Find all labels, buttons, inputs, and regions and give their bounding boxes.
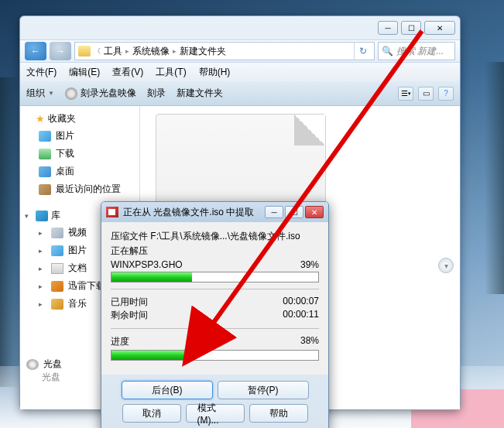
burn-image-button[interactable]: 刻录光盘映像	[65, 87, 136, 100]
current-file-name: WINXPSP3.GHO	[111, 259, 183, 270]
window-titlebar[interactable]: ─ ☐ ✕	[20, 16, 460, 39]
pause-button[interactable]: 暂停(P)	[218, 381, 309, 399]
menu-edit[interactable]: 编辑(E)	[69, 66, 100, 79]
expand-icon: ▸	[39, 229, 46, 237]
recent-icon	[39, 184, 51, 195]
desktop-icon	[39, 166, 51, 177]
library-icon	[36, 211, 48, 221]
disc-icon	[26, 359, 39, 370]
organize-button[interactable]: 组织 ▼	[26, 87, 54, 100]
status-text: 正在解压	[111, 245, 319, 258]
dialog-minimize-button[interactable]: ─	[265, 206, 283, 218]
elapsed-label: 已用时间	[111, 296, 148, 309]
breadcrumb-item[interactable]: 新建文件夹	[180, 45, 226, 58]
breadcrumb-item[interactable]: 系统镜像	[132, 45, 170, 58]
menu-bar: 文件(F) 编辑(E) 查看(V) 工具(T) 帮助(H)	[20, 63, 460, 81]
toolbar: 组织 ▼ 刻录光盘映像 刻录 新建文件夹 ☰▾ ▭ ?	[20, 81, 460, 106]
separator	[111, 289, 319, 289]
star-icon: ★	[36, 113, 45, 125]
remaining-value: 00:00:11	[283, 309, 319, 322]
new-folder-label: 新建文件夹	[177, 87, 223, 100]
view-options-button[interactable]: ☰▾	[398, 87, 413, 101]
file-progress-bar	[111, 272, 319, 282]
progress-label: 进度	[111, 335, 129, 348]
new-folder-button[interactable]: 新建文件夹	[177, 87, 223, 100]
sidebar-item-pictures[interactable]: 图片	[20, 127, 139, 145]
menu-help[interactable]: 帮助(H)	[199, 66, 231, 79]
documents-icon	[51, 263, 63, 274]
music-icon	[51, 299, 63, 310]
chevron-down-icon: ▼	[48, 90, 54, 97]
breadcrumb-sep: 《	[94, 46, 101, 56]
chevron-right-icon: ▸	[125, 47, 129, 55]
dialog-maximize-button[interactable]: ☐	[285, 206, 303, 218]
sidebar-item-recent[interactable]: 最近访问的位置	[20, 180, 139, 198]
menu-tools[interactable]: 工具(T)	[156, 66, 186, 79]
burn-image-label: 刻录光盘映像	[81, 87, 136, 100]
sidebar-favorites-group: ★ 收藏夹 图片 下载 桌面 最近访问的位置	[20, 111, 139, 198]
search-input[interactable]: 🔍 搜索 新建...	[378, 42, 455, 60]
archive-path: 压缩文件 F:\工具\系统镜像...\光盘镜像文件.iso	[111, 230, 319, 243]
downloads-icon	[39, 149, 51, 159]
sidebar-favorites-header[interactable]: ★ 收藏夹	[20, 111, 139, 127]
close-button[interactable]: ✕	[424, 21, 455, 35]
pictures-icon	[39, 131, 51, 142]
sidebar-libraries-label: 库	[51, 209, 60, 222]
folder-icon	[78, 46, 91, 56]
total-progress-fill	[111, 351, 190, 360]
chevron-right-icon: ▸	[173, 47, 177, 55]
minimize-button[interactable]: ─	[378, 21, 398, 35]
refresh-button[interactable]: ↻	[354, 42, 371, 60]
sidebar-file-sublabel: 光盘	[42, 371, 60, 384]
search-icon: 🔍	[382, 46, 393, 56]
dialog-body: 压缩文件 F:\工具\系统镜像...\光盘镜像文件.iso 正在解压 WINXP…	[101, 222, 328, 375]
elapsed-value: 00:00:07	[283, 296, 319, 309]
pictures-icon	[51, 245, 63, 256]
expand-icon: ▸	[39, 247, 46, 255]
nav-bar: ← → 《 工具 ▸ 系统镜像 ▸ 新建文件夹 ↻ 🔍 搜索 新建...	[20, 39, 460, 63]
dialog-close-button[interactable]: ✕	[305, 206, 324, 218]
dialog-footer: 后台(B) 暂停(P) 取消 模式(M)... 帮助	[101, 375, 328, 428]
wallpaper-tree-right	[485, 62, 504, 294]
breadcrumb-item[interactable]: 工具	[104, 45, 122, 58]
disc-icon	[65, 87, 77, 100]
extract-dialog: 正在从 光盘镜像文件.iso 中提取 ─ ☐ ✕ 压缩文件 F:\工具\系统镜像…	[101, 201, 329, 428]
menu-view[interactable]: 查看(V)	[112, 66, 143, 79]
cancel-button[interactable]: 取消	[122, 404, 181, 423]
progress-percent: 38%	[300, 335, 319, 348]
sidebar-favorites-label: 收藏夹	[48, 112, 76, 125]
search-placeholder: 搜索 新建...	[396, 45, 444, 58]
separator	[111, 328, 319, 329]
thunder-icon	[51, 281, 63, 292]
forward-button[interactable]: →	[50, 42, 71, 60]
collapse-icon: ▾	[25, 212, 33, 220]
maximize-button[interactable]: ☐	[401, 21, 421, 35]
burn-button[interactable]: 刻录	[147, 87, 166, 100]
back-button[interactable]: ←	[25, 42, 46, 60]
current-file-percent: 39%	[300, 259, 319, 270]
help-button[interactable]: ?	[438, 87, 454, 101]
sidebar-file-label[interactable]: 光盘	[26, 358, 62, 371]
file-progress-fill	[111, 272, 192, 282]
sidebar-item-desktop[interactable]: 桌面	[20, 163, 139, 180]
burn-label: 刻录	[147, 87, 166, 100]
expand-icon: ▸	[39, 265, 46, 272]
expand-icon: ▸	[39, 300, 46, 308]
background-button[interactable]: 后台(B)	[122, 381, 213, 399]
dialog-title: 正在从 光盘镜像文件.iso 中提取	[123, 206, 254, 219]
organize-label: 组织	[26, 87, 45, 100]
menu-file[interactable]: 文件(F)	[26, 66, 57, 79]
mode-button[interactable]: 模式(M)...	[186, 404, 245, 423]
help-button[interactable]: 帮助	[249, 404, 308, 423]
scroll-indicator[interactable]: ▾	[438, 258, 454, 273]
videos-icon	[51, 228, 63, 238]
sidebar-item-downloads[interactable]: 下载	[20, 145, 139, 163]
dialog-titlebar[interactable]: 正在从 光盘镜像文件.iso 中提取 ─ ☐ ✕	[101, 202, 328, 222]
expand-icon: ▸	[39, 282, 46, 290]
preview-pane-button[interactable]: ▭	[418, 87, 434, 101]
winrar-icon	[106, 207, 118, 217]
wallpaper-tree-left	[0, 77, 19, 387]
remaining-label: 剩余时间	[111, 309, 148, 322]
total-progress-bar	[111, 350, 319, 361]
address-bar[interactable]: 《 工具 ▸ 系统镜像 ▸ 新建文件夹 ↻	[74, 42, 375, 60]
